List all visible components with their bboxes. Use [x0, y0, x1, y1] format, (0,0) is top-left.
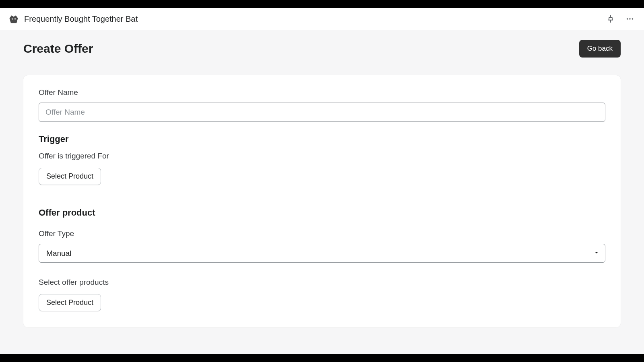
page-title: Create Offer: [23, 42, 93, 56]
go-back-button[interactable]: Go back: [579, 40, 621, 58]
app-frame: Frequently Bought Together Bat Create Of…: [0, 8, 644, 354]
select-offer-product-button[interactable]: Select Product: [39, 294, 101, 311]
select-offer-products-label: Select offer products: [39, 278, 605, 287]
top-bar-right: [605, 13, 636, 25]
top-bar: Frequently Bought Together Bat: [0, 8, 644, 30]
offer-type-label: Offer Type: [39, 229, 605, 238]
svg-point-5: [629, 18, 631, 20]
offer-name-input[interactable]: [39, 103, 605, 122]
trigger-label: Offer is triggered For: [39, 152, 605, 160]
trigger-heading: Trigger: [39, 134, 605, 144]
page-header: Create Offer Go back: [0, 30, 644, 66]
offer-name-label: Offer Name: [39, 88, 605, 97]
form-card: Offer Name Trigger Offer is triggered Fo…: [23, 75, 621, 327]
svg-point-6: [632, 18, 634, 20]
svg-point-2: [12, 19, 13, 19]
offer-type-select[interactable]: Manual: [39, 244, 605, 263]
offer-type-select-wrap: Manual: [39, 244, 605, 263]
more-icon[interactable]: [624, 13, 636, 25]
top-bar-left: Frequently Bought Together Bat: [8, 13, 138, 25]
offer-product-heading: Offer product: [39, 208, 605, 218]
svg-point-4: [627, 18, 628, 20]
svg-point-3: [15, 19, 16, 19]
pin-icon[interactable]: [605, 13, 617, 25]
app-logo-icon: [8, 13, 19, 25]
select-trigger-product-button[interactable]: Select Product: [39, 168, 101, 185]
app-title: Frequently Bought Together Bat: [24, 14, 138, 24]
